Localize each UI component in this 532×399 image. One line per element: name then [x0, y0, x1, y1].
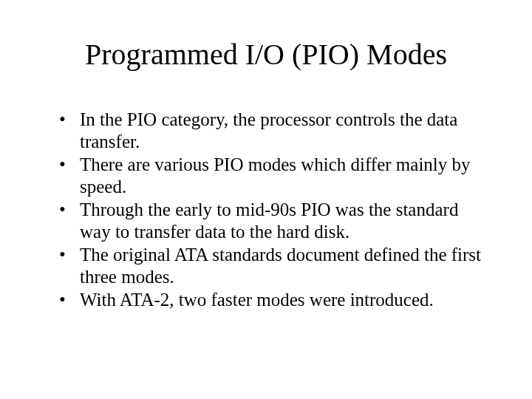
list-item: The original ATA standards document defi… — [59, 244, 488, 287]
list-item: In the PIO category, the processor contr… — [59, 109, 488, 152]
list-item: There are various PIO modes which differ… — [59, 154, 488, 197]
slide-title: Programmed I/O (PIO) Modes — [44, 37, 488, 72]
list-item: With ATA-2, two faster modes were introd… — [59, 289, 488, 311]
slide: Programmed I/O (PIO) Modes In the PIO ca… — [0, 0, 532, 399]
list-item: Through the early to mid-90s PIO was the… — [59, 199, 488, 242]
bullet-list: In the PIO category, the processor contr… — [59, 109, 488, 311]
